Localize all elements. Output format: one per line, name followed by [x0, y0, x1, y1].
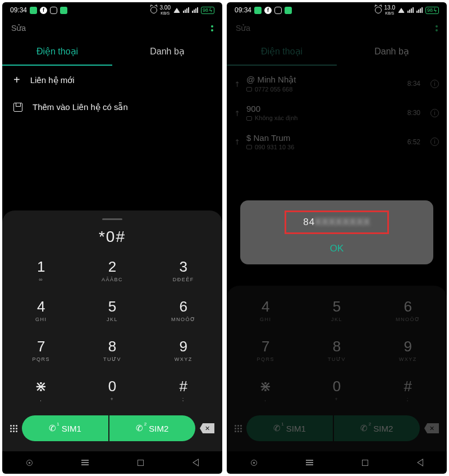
sim1-label: SIM1 — [62, 424, 81, 433]
status-bar: 09:34 f 3.00KB/S 98 — [2, 2, 222, 18]
app-icon — [60, 7, 67, 14]
key-9[interactable]: 9WXYZ — [149, 331, 218, 369]
instagram-icon — [50, 7, 57, 14]
key-4[interactable]: 4GHI — [7, 291, 76, 329]
key-num: 2 — [78, 258, 147, 276]
phone-icon: ✆2 — [136, 423, 143, 433]
wifi-icon — [173, 8, 180, 13]
key-sub: , — [7, 396, 76, 402]
key-1[interactable]: 1∞ — [7, 251, 76, 289]
navbar — [2, 451, 222, 474]
tab-contacts[interactable]: Danh bạ — [112, 38, 222, 66]
key-sub: JKL — [78, 317, 147, 322]
dialer-panel: *0# 1∞2AĂÂBC3DĐEÊF4GHI5JKL6MNOÔƠ7PQRS8TU… — [2, 210, 222, 451]
key-num: 7 — [7, 338, 76, 355]
key-sub: ∞ — [7, 277, 76, 282]
plus-icon: + — [13, 74, 20, 86]
call-sim1-button[interactable]: ✆1 SIM1 — [22, 415, 108, 441]
dialog-number: 84XXXXXXXX — [303, 217, 370, 227]
tabs: Điện thoại Danh bạ — [2, 38, 222, 66]
key-sub: PQRS — [7, 356, 76, 362]
notif-icon — [30, 7, 37, 14]
key-⋇[interactable]: ⋇, — [7, 371, 76, 409]
call-row: ✆1 SIM1 ✆2 SIM2 ✕ — [7, 415, 218, 441]
key-num: 5 — [78, 298, 147, 315]
key-num: 6 — [149, 298, 218, 315]
key-num: 9 — [149, 338, 218, 355]
backspace-button[interactable]: ✕ — [200, 423, 214, 433]
save-icon — [13, 103, 22, 112]
key-sub: + — [78, 396, 147, 402]
facebook-icon: f — [40, 7, 47, 14]
key-#[interactable]: #; — [149, 371, 218, 409]
key-sub: WXYZ — [149, 356, 218, 362]
key-num: 1 — [7, 258, 76, 276]
nav-home-icon[interactable] — [138, 460, 144, 466]
key-num: 3 — [149, 258, 218, 276]
number-display: *0# — [7, 228, 218, 246]
status-time: 09:34 — [10, 6, 27, 14]
nav-recent-icon[interactable] — [26, 460, 33, 466]
tab-phone[interactable]: Điện thoại — [2, 38, 112, 66]
key-num: 0 — [78, 378, 147, 395]
dialog-backdrop: 84XXXXXXXX OK — [227, 2, 447, 474]
key-0[interactable]: 0+ — [78, 371, 147, 409]
signal-1-icon — [183, 7, 189, 13]
app-header: Sửa — [2, 18, 222, 35]
dialog-ok-button[interactable]: OK — [249, 243, 425, 254]
battery-icon: 98 — [201, 7, 214, 14]
call-sim2-button[interactable]: ✆2 SIM2 — [109, 415, 196, 441]
key-num: # — [149, 378, 218, 395]
key-6[interactable]: 6MNOÔƠ — [149, 291, 218, 329]
key-2[interactable]: 2AĂÂBC — [78, 251, 147, 289]
key-5[interactable]: 5JKL — [78, 291, 147, 329]
phone-left: 09:34 f 3.00KB/S 98 Sửa Điện thoại Danh … — [2, 2, 222, 474]
key-sub: TUƯV — [78, 356, 147, 362]
add-existing-row[interactable]: Thêm vào Liên hệ có sẵn — [2, 94, 222, 120]
key-sub: GHI — [7, 317, 76, 322]
nav-back-icon[interactable] — [193, 459, 198, 466]
more-menu-icon[interactable] — [211, 25, 213, 31]
key-sub: MNOÔƠ — [149, 317, 218, 322]
key-num: 4 — [7, 298, 76, 315]
key-7[interactable]: 7PQRS — [7, 331, 76, 369]
phone-icon: ✆1 — [49, 423, 56, 433]
result-dialog: 84XXXXXXXX OK — [240, 200, 434, 264]
edit-link[interactable]: Sửa — [11, 24, 26, 33]
new-contact-label: Liên hệ mới — [30, 75, 75, 85]
signal-2-icon — [192, 7, 198, 13]
keypad-toggle-icon[interactable] — [10, 425, 17, 432]
key-8[interactable]: 8TUƯV — [78, 331, 147, 369]
key-sub: AĂÂBC — [78, 277, 147, 282]
sim2-label: SIM2 — [149, 424, 168, 433]
alarm-icon — [150, 7, 157, 13]
keypad: 1∞2AĂÂBC3DĐEÊF4GHI5JKL6MNOÔƠ7PQRS8TUƯV9W… — [7, 251, 218, 409]
add-existing-label: Thêm vào Liên hệ có sẵn — [33, 102, 128, 112]
key-num: ⋇ — [7, 378, 76, 395]
key-sub: ; — [149, 396, 218, 402]
dialog-highlight-box: 84XXXXXXXX — [285, 210, 389, 234]
key-3[interactable]: 3DĐEÊF — [149, 251, 218, 289]
net-speed: 3.00KB/S — [160, 5, 171, 16]
phone-right: 09:34 f 13.0KB/S 98 Sửa Điện thoại Danh … — [227, 2, 447, 474]
nav-menu-icon[interactable] — [81, 460, 89, 465]
drag-handle[interactable] — [102, 218, 122, 220]
key-num: 8 — [78, 338, 147, 355]
key-sub: DĐEÊF — [149, 277, 218, 282]
new-contact-row[interactable]: + Liên hệ mới — [2, 66, 222, 94]
